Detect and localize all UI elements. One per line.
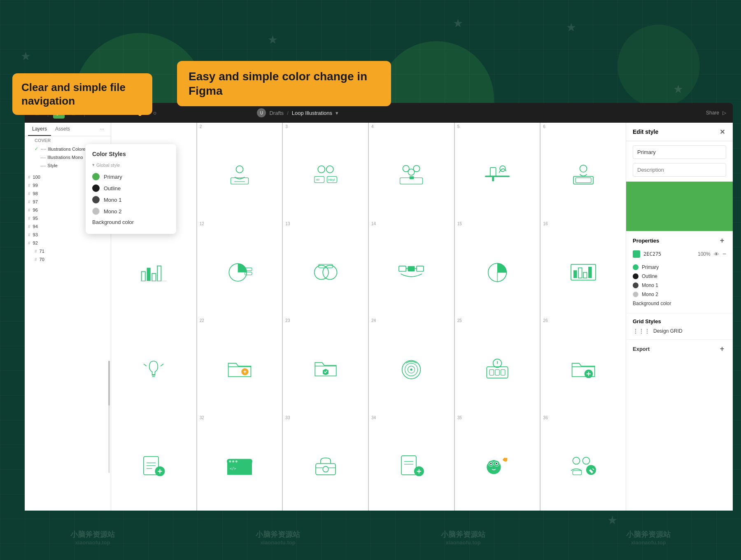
svg-point-9: [318, 166, 325, 173]
cell-num-36: 36: [543, 415, 548, 420]
cell-num-14: 14: [371, 222, 376, 226]
cell-num-16: 16: [543, 222, 548, 226]
color-item-mono2[interactable]: Mono 2: [92, 205, 170, 217]
watermark-4: 小脑斧资源站 xiaonaofu.top: [626, 530, 671, 546]
svg-point-36: [323, 266, 337, 280]
share-btn[interactable]: Share: [706, 110, 719, 116]
color-opacity: 100%: [698, 251, 711, 257]
style-item-mono2: Mono 2: [633, 290, 726, 299]
illus-person-desk: [223, 162, 256, 187]
layer-93-num: 93: [33, 232, 38, 237]
layer-92[interactable]: # 92: [25, 239, 111, 247]
svg-rect-28: [147, 268, 151, 281]
swatch-lightgray: [92, 208, 100, 215]
watermark-sub-2: xiaonaofu.top: [256, 539, 300, 546]
color-bg-label: Background color: [92, 219, 134, 225]
hash-icon: #: [28, 208, 30, 212]
hash-icon: #: [28, 241, 30, 245]
layer-cover[interactable]: COVER: [25, 136, 111, 145]
color-primary-name: Primary: [104, 174, 122, 180]
illus-fingerprint: [395, 356, 428, 381]
illus-barchart: [137, 260, 170, 283]
style-description-input[interactable]: [633, 163, 726, 177]
cell-num-4: 4: [371, 124, 374, 129]
layer-99-num: 99: [33, 183, 38, 188]
grid-style-icon: ⋮⋮⋮: [633, 328, 650, 334]
color-item-outline[interactable]: Outline: [92, 182, 170, 194]
layer-illus-colored-label: Illustrations Colored: [48, 147, 88, 152]
grid-cell-partial3: [111, 317, 196, 414]
layer-70[interactable]: # 70: [31, 255, 111, 264]
grid-cell-3: 3 Hi! Hey!: [283, 123, 368, 220]
cell-num-35: 35: [457, 415, 462, 420]
svg-point-10: [326, 166, 333, 173]
svg-point-80: [229, 460, 231, 462]
layer-98-num: 98: [33, 191, 38, 196]
illus-bag: [309, 453, 342, 478]
style-name-input[interactable]: [633, 145, 726, 159]
svg-point-101: [583, 457, 590, 464]
color-chip[interactable]: [633, 250, 640, 258]
tab-more[interactable]: ···: [97, 123, 107, 136]
present-btn[interactable]: ▷: [722, 110, 726, 116]
svg-rect-39: [408, 266, 415, 271]
svg-point-84: [323, 467, 329, 472]
svg-point-98: [490, 463, 492, 464]
watermark-sub-4: xiaonaofu.top: [626, 539, 671, 546]
watermark-sub: xiaonaofu.top: [70, 539, 115, 546]
svg-rect-37: [319, 264, 333, 268]
cell-num-5: 5: [457, 124, 460, 129]
grid-cell-14: 14: [369, 220, 454, 317]
grid-cell-12: 12: [197, 220, 282, 317]
breadcrumb-chevron[interactable]: ▾: [336, 110, 338, 116]
add-property-button[interactable]: +: [718, 236, 726, 245]
svg-point-6: [236, 166, 243, 173]
illus-pie-2: [481, 259, 514, 284]
close-button[interactable]: ✕: [718, 128, 726, 136]
tab-layers[interactable]: Layers: [28, 123, 51, 136]
cell-content-24: [371, 319, 452, 411]
cell-num-24: 24: [371, 318, 376, 323]
grid-cell-35: 35: [455, 414, 540, 511]
svg-rect-63: [501, 369, 505, 375]
add-export-button[interactable]: +: [718, 345, 726, 353]
style-item-outline: Outline: [633, 272, 726, 281]
cell-content-6: [543, 125, 623, 217]
remove-color-button[interactable]: −: [722, 250, 726, 258]
style-item-primary: Primary: [633, 263, 726, 272]
tab-assets[interactable]: Assets: [51, 123, 74, 136]
canvas-area: ★★★★★ 2: [111, 123, 626, 511]
layer-71[interactable]: # 71: [31, 247, 111, 255]
illus-shield-folder: [309, 356, 342, 381]
right-panel: Edit style ✕ Properties + 2EC275 100% 👁: [626, 123, 733, 511]
properties-header: Properties +: [633, 236, 726, 245]
color-item-mono1[interactable]: Mono 1: [92, 194, 170, 205]
illus-bulb: [137, 356, 170, 381]
svg-rect-27: [142, 271, 145, 281]
layer-illus-mono-label: Illustrations Mono: [47, 155, 83, 160]
grid-style-item[interactable]: ⋮⋮⋮ Design GRID: [633, 328, 726, 334]
breadcrumb-project[interactable]: Loop Illustrations: [292, 110, 332, 116]
cell-content-5: [457, 125, 538, 217]
svg-rect-23: [492, 177, 494, 181]
user-avatar: U: [257, 108, 266, 117]
color-preview-bar: [626, 182, 733, 231]
export-label: Export: [633, 346, 650, 352]
color-hex-value: 2EC275: [643, 251, 694, 257]
cell-content-35: [457, 416, 538, 509]
color-item-bg[interactable]: Background color: [92, 217, 170, 227]
illus-chat: Hi! Hey!: [309, 162, 342, 187]
cell-content-3: Hi! Hey!: [285, 125, 366, 217]
style-mono2-label: Mono 2: [642, 292, 658, 297]
illus-tablet-add: [395, 453, 428, 478]
hash-icon: #: [28, 183, 30, 188]
color-item-primary[interactable]: Primary: [92, 171, 170, 182]
svg-text:</>: </>: [230, 467, 236, 471]
grid-cell-2: 2: [197, 123, 282, 220]
scrollbar[interactable]: [108, 361, 110, 473]
bottom-bar: 小脑斧资源站 xiaonaofu.top 小脑斧资源站 xiaonaofu.to…: [0, 515, 741, 560]
svg-rect-20: [485, 175, 510, 177]
illus-folder-add: [567, 356, 600, 381]
toolbar-right-actions: Share ▷: [706, 110, 726, 116]
visibility-icon[interactable]: 👁: [714, 251, 719, 257]
